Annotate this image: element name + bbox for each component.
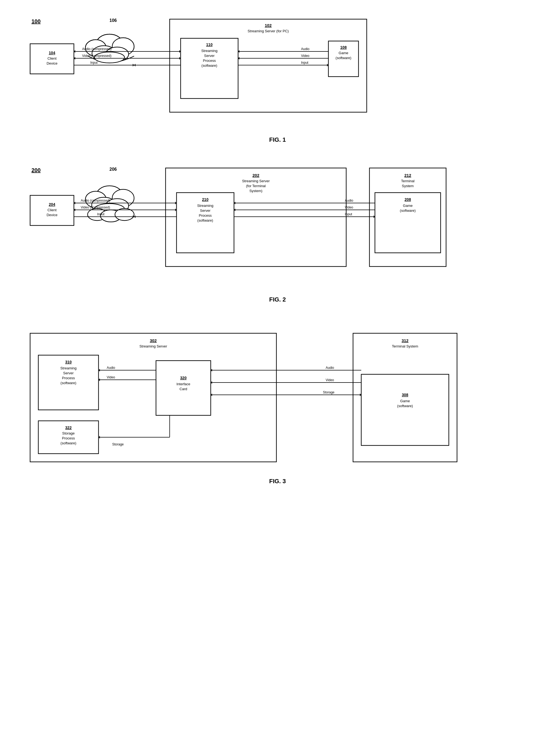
fig3-label-audio-term: Audio bbox=[326, 366, 334, 370]
fig1-arrow-i2-head bbox=[134, 64, 135, 66]
fig1-ref100: 100 bbox=[32, 18, 41, 25]
fig2-ref200: 200 bbox=[32, 167, 41, 173]
fig3-server-ref: 302 bbox=[150, 338, 157, 343]
fig2-game-l1: Game bbox=[403, 204, 413, 208]
fig3-game-l2: (software) bbox=[397, 404, 413, 408]
fig1-game-ref: 108 bbox=[340, 45, 347, 49]
fig1-caption: FIG. 1 bbox=[16, 136, 539, 143]
figure-2: 200 206 204 Client Device 20 bbox=[16, 160, 539, 303]
fig2-server-l2: (for Terminal bbox=[246, 184, 266, 188]
fig3-diagram: 302 Streaming Server 310 Streaming Serve… bbox=[16, 320, 537, 474]
fig1-process-ref: 110 bbox=[206, 42, 213, 47]
fig2-server-l1: Streaming Server bbox=[242, 179, 270, 183]
fig2-label-video: Video bbox=[345, 206, 353, 209]
fig2-process-l1: Streaming bbox=[197, 204, 213, 208]
fig3-interface-ref: 320 bbox=[180, 376, 187, 380]
fig2-process-ref: 210 bbox=[202, 197, 209, 202]
fig1-svg: 100 106 bbox=[16, 11, 537, 131]
fig3-label-storage: Storage bbox=[112, 442, 124, 446]
fig2-client-l2: Device bbox=[46, 213, 57, 217]
fig2-server-l3: System) bbox=[249, 189, 262, 193]
fig2-label-input: Input bbox=[97, 212, 104, 216]
fig2-process-l2: Server bbox=[200, 209, 211, 213]
fig1-client-ref: 104 bbox=[49, 51, 55, 55]
fig3-process-ref: 310 bbox=[65, 360, 72, 364]
fig3-process-l4: (software) bbox=[60, 381, 76, 385]
fig1-client-label1: Client bbox=[47, 56, 57, 60]
fig1-arrow-input-head bbox=[133, 64, 134, 66]
svg-point-20 bbox=[115, 209, 134, 221]
fig2-client-l1: Client bbox=[47, 208, 57, 212]
fig2-diagram: 200 206 204 Client Device 20 bbox=[16, 160, 537, 292]
fig3-storage-l2: Process bbox=[62, 436, 75, 440]
fig2-terminal-l1: Terminal bbox=[401, 179, 414, 183]
figure-1: 100 106 bbox=[16, 11, 539, 143]
fig2-svg: 200 206 204 Client Device 20 bbox=[16, 160, 537, 291]
fig1-server-ref: 102 bbox=[265, 23, 271, 28]
fig2-game-ref: 208 bbox=[404, 197, 411, 202]
fig1-game-l2: (software) bbox=[336, 56, 351, 60]
fig2-label-ac: Audio (compressed) bbox=[81, 198, 110, 203]
fig3-interface-l1: Interface bbox=[176, 382, 190, 386]
fig3-storage-l3: (software) bbox=[60, 441, 76, 445]
fig3-terminal-l1: Terminal System bbox=[392, 344, 418, 348]
fig1-process-l3: Process bbox=[203, 58, 216, 63]
fig1-game-l1: Game bbox=[339, 51, 348, 55]
fig2-label-vc: Video (compressed) bbox=[81, 206, 110, 209]
fig3-server-label: Streaming Server bbox=[139, 344, 167, 348]
fig3-game-box bbox=[361, 374, 449, 445]
fig1-process-l2: Server bbox=[204, 54, 215, 58]
fig2-process-box bbox=[176, 193, 234, 253]
fig3-storage-l1: Storage bbox=[62, 431, 75, 435]
fig1-label-audio-compressed: Audio (compressed) bbox=[82, 47, 112, 51]
fig3-label-audio-proc: Audio bbox=[107, 366, 115, 370]
fig3-label-video-proc: Video bbox=[107, 375, 115, 379]
fig2-label-input2: Input bbox=[345, 212, 352, 216]
fig1-process-box bbox=[181, 38, 238, 98]
fig2-game-l2: (software) bbox=[400, 209, 416, 213]
fig3-storage-ref: 322 bbox=[65, 426, 72, 430]
fig2-process-l3: Process bbox=[199, 213, 212, 218]
fig2-terminal-ref: 212 bbox=[404, 173, 411, 178]
fig3-label-video-term: Video bbox=[326, 378, 334, 382]
fig3-process-l3: Process bbox=[62, 376, 75, 380]
fig3-label-storage-term: Storage bbox=[323, 391, 334, 394]
fig1-client-label2: Device bbox=[46, 61, 57, 65]
fig2-process-l4: (software) bbox=[197, 218, 213, 222]
fig2-game-box bbox=[375, 193, 440, 253]
figure-3: 302 Streaming Server 310 Streaming Serve… bbox=[16, 320, 539, 485]
fig1-label-input2: Input bbox=[301, 61, 308, 64]
fig1-diagram: 100 106 bbox=[16, 11, 537, 132]
fig2-terminal-l2: System bbox=[402, 184, 414, 188]
fig2-caption: FIG. 2 bbox=[16, 296, 539, 303]
fig3-terminal-ref: 312 bbox=[401, 338, 408, 343]
fig2-cloud-ref: 206 bbox=[110, 167, 117, 172]
fig3-game-l1: Game bbox=[400, 399, 410, 403]
fig3-game-ref: 308 bbox=[402, 393, 408, 397]
fig2-label-audio: Audio bbox=[345, 198, 353, 203]
fig1-label-audio: Audio bbox=[301, 47, 309, 51]
fig2-client-ref: 204 bbox=[49, 202, 55, 207]
fig3-caption: FIG. 3 bbox=[16, 478, 539, 485]
fig1-process-l4: (software) bbox=[202, 63, 217, 68]
fig1-server-label: Streaming Server (for PC) bbox=[248, 29, 289, 33]
fig1-label-video: Video bbox=[301, 54, 309, 58]
fig1-label-video-compressed: Video (compressed) bbox=[82, 54, 112, 58]
fig3-process-l1: Streaming bbox=[60, 366, 76, 370]
fig1-process-l1: Streaming bbox=[201, 49, 217, 53]
fig3-interface-l2: Card bbox=[179, 387, 187, 391]
fig1-label-input: Input bbox=[90, 61, 98, 64]
svg-marker-26 bbox=[134, 215, 135, 218]
fig2-server-ref: 202 bbox=[252, 173, 259, 178]
fig3-process-l2: Server bbox=[63, 371, 74, 375]
fig3-svg: 302 Streaming Server 310 Streaming Serve… bbox=[16, 320, 537, 473]
fig1-cloud-ref: 106 bbox=[110, 18, 117, 23]
